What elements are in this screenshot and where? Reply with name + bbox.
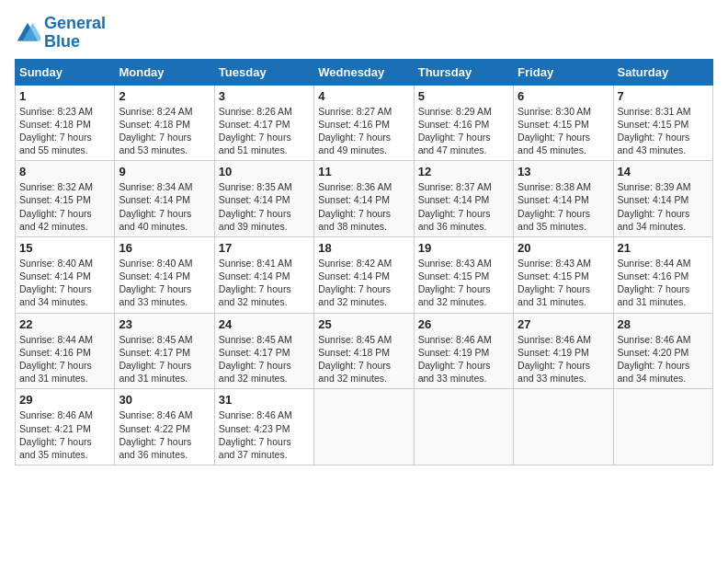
day-number: 2 — [119, 89, 210, 103]
sunset-label: Sunset: 4:15 PM — [19, 194, 91, 205]
calendar-table: SundayMondayTuesdayWednesdayThursdayFrid… — [15, 59, 713, 465]
calendar-cell: 15 Sunrise: 8:40 AM Sunset: 4:14 PM Dayl… — [16, 236, 115, 313]
calendar-cell: 9 Sunrise: 8:34 AM Sunset: 4:14 PM Dayli… — [115, 161, 214, 237]
daylight-minutes: and 33 minutes. — [119, 296, 188, 307]
day-number: 1 — [19, 89, 110, 103]
sunset-label: Sunset: 4:22 PM — [119, 423, 190, 434]
weekday-header-thursday: Thursday — [414, 59, 513, 85]
daylight-label: Daylight: 7 hours — [219, 436, 291, 447]
daylight-minutes: and 34 minutes. — [618, 221, 687, 232]
sunset-label: Sunset: 4:21 PM — [19, 423, 91, 434]
sunrise-label: Sunrise: 8:46 AM — [119, 409, 192, 420]
day-info: Sunrise: 8:46 AM Sunset: 4:22 PM Dayligh… — [119, 408, 210, 461]
calendar-cell: 20 Sunrise: 8:43 AM Sunset: 4:15 PM Dayl… — [514, 236, 613, 313]
daylight-minutes: and 36 minutes. — [418, 221, 487, 232]
daylight-minutes: and 34 minutes. — [19, 296, 88, 307]
day-info: Sunrise: 8:43 AM Sunset: 4:15 PM Dayligh… — [518, 257, 609, 309]
day-number: 11 — [318, 165, 409, 178]
sunrise-label: Sunrise: 8:37 AM — [418, 181, 492, 192]
calendar-cell: 7 Sunrise: 8:31 AM Sunset: 4:15 PM Dayli… — [613, 85, 712, 161]
day-info: Sunrise: 8:42 AM Sunset: 4:14 PM Dayligh… — [318, 257, 409, 309]
day-info: Sunrise: 8:44 AM Sunset: 4:16 PM Dayligh… — [618, 257, 709, 309]
calendar-cell: 27 Sunrise: 8:46 AM Sunset: 4:19 PM Dayl… — [514, 313, 613, 389]
daylight-label: Daylight: 7 hours — [119, 436, 191, 447]
sunrise-label: Sunrise: 8:26 AM — [219, 106, 292, 117]
daylight-label: Daylight: 7 hours — [518, 360, 590, 371]
day-info: Sunrise: 8:41 AM Sunset: 4:14 PM Dayligh… — [219, 257, 310, 309]
day-info: Sunrise: 8:26 AM Sunset: 4:17 PM Dayligh… — [219, 105, 310, 157]
daylight-minutes: and 35 minutes. — [19, 449, 88, 460]
sunrise-label: Sunrise: 8:43 AM — [518, 258, 591, 269]
daylight-label: Daylight: 7 hours — [518, 283, 590, 294]
daylight-label: Daylight: 7 hours — [618, 132, 690, 143]
daylight-minutes: and 55 minutes. — [19, 144, 88, 155]
logo: General Blue — [15, 15, 106, 52]
calendar-cell: 26 Sunrise: 8:46 AM Sunset: 4:19 PM Dayl… — [414, 313, 513, 389]
sunset-label: Sunset: 4:19 PM — [518, 347, 589, 358]
sunrise-label: Sunrise: 8:42 AM — [318, 258, 392, 269]
day-info: Sunrise: 8:32 AM Sunset: 4:15 PM Dayligh… — [19, 180, 110, 233]
sunrise-label: Sunrise: 8:46 AM — [518, 334, 591, 345]
calendar-body: 1 Sunrise: 8:23 AM Sunset: 4:18 PM Dayli… — [16, 85, 713, 465]
calendar-cell: 18 Sunrise: 8:42 AM Sunset: 4:14 PM Dayl… — [314, 236, 414, 313]
day-info: Sunrise: 8:44 AM Sunset: 4:16 PM Dayligh… — [19, 333, 110, 385]
calendar-cell: 24 Sunrise: 8:45 AM Sunset: 4:17 PM Dayl… — [214, 313, 313, 389]
sunset-label: Sunset: 4:15 PM — [418, 270, 490, 282]
calendar-week-4: 22 Sunrise: 8:44 AM Sunset: 4:16 PM Dayl… — [16, 313, 713, 389]
day-number: 5 — [418, 89, 509, 103]
sunrise-label: Sunrise: 8:24 AM — [119, 106, 192, 117]
daylight-label: Daylight: 7 hours — [219, 208, 291, 219]
daylight-label: Daylight: 7 hours — [318, 283, 391, 294]
daylight-label: Daylight: 7 hours — [19, 132, 92, 143]
daylight-minutes: and 39 minutes. — [219, 221, 288, 232]
daylight-label: Daylight: 7 hours — [618, 360, 690, 371]
day-number: 3 — [219, 89, 310, 103]
sunset-label: Sunset: 4:14 PM — [219, 194, 290, 205]
day-info: Sunrise: 8:29 AM Sunset: 4:16 PM Dayligh… — [418, 105, 509, 157]
sunrise-label: Sunrise: 8:36 AM — [318, 181, 392, 192]
daylight-label: Daylight: 7 hours — [119, 208, 191, 219]
sunset-label: Sunset: 4:15 PM — [518, 270, 589, 282]
day-info: Sunrise: 8:36 AM Sunset: 4:14 PM Dayligh… — [318, 180, 409, 233]
sunrise-label: Sunrise: 8:29 AM — [418, 106, 492, 117]
sunrise-label: Sunrise: 8:44 AM — [618, 258, 691, 269]
daylight-minutes: and 33 minutes. — [518, 373, 586, 384]
sunrise-label: Sunrise: 8:35 AM — [219, 181, 292, 192]
calendar-cell: 6 Sunrise: 8:30 AM Sunset: 4:15 PM Dayli… — [514, 85, 613, 161]
sunrise-label: Sunrise: 8:46 AM — [219, 409, 292, 420]
day-info: Sunrise: 8:35 AM Sunset: 4:14 PM Dayligh… — [219, 180, 310, 233]
day-info: Sunrise: 8:46 AM Sunset: 4:19 PM Dayligh… — [518, 333, 609, 385]
calendar-cell — [514, 389, 613, 465]
daylight-minutes: and 37 minutes. — [219, 449, 288, 460]
sunset-label: Sunset: 4:20 PM — [618, 347, 689, 358]
day-number: 19 — [418, 241, 509, 255]
sunset-label: Sunset: 4:14 PM — [119, 194, 190, 205]
day-number: 28 — [618, 317, 709, 331]
weekday-header-sunday: Sunday — [16, 59, 115, 85]
day-number: 22 — [19, 317, 110, 331]
sunrise-label: Sunrise: 8:27 AM — [318, 106, 392, 117]
daylight-label: Daylight: 7 hours — [418, 132, 491, 143]
day-number: 27 — [518, 317, 609, 331]
calendar-cell: 25 Sunrise: 8:45 AM Sunset: 4:18 PM Dayl… — [314, 313, 414, 389]
sunrise-label: Sunrise: 8:23 AM — [19, 106, 93, 117]
day-number: 4 — [318, 89, 409, 103]
sunrise-label: Sunrise: 8:30 AM — [518, 106, 591, 117]
day-info: Sunrise: 8:46 AM Sunset: 4:19 PM Dayligh… — [418, 333, 509, 385]
calendar-cell — [314, 389, 414, 465]
calendar-cell: 19 Sunrise: 8:43 AM Sunset: 4:15 PM Dayl… — [414, 236, 513, 313]
day-number: 13 — [518, 165, 609, 178]
sunset-label: Sunset: 4:17 PM — [219, 347, 290, 358]
weekday-header-friday: Friday — [514, 59, 613, 85]
day-info: Sunrise: 8:38 AM Sunset: 4:14 PM Dayligh… — [518, 180, 609, 233]
calendar-cell — [414, 389, 513, 465]
daylight-label: Daylight: 7 hours — [318, 208, 391, 219]
day-number: 31 — [219, 393, 310, 407]
calendar-cell: 30 Sunrise: 8:46 AM Sunset: 4:22 PM Dayl… — [115, 389, 214, 465]
daylight-label: Daylight: 7 hours — [219, 283, 291, 294]
daylight-label: Daylight: 7 hours — [418, 360, 491, 371]
sunset-label: Sunset: 4:16 PM — [418, 119, 490, 130]
day-info: Sunrise: 8:39 AM Sunset: 4:14 PM Dayligh… — [618, 180, 709, 233]
daylight-minutes: and 42 minutes. — [19, 221, 88, 232]
calendar-week-3: 15 Sunrise: 8:40 AM Sunset: 4:14 PM Dayl… — [16, 236, 713, 313]
